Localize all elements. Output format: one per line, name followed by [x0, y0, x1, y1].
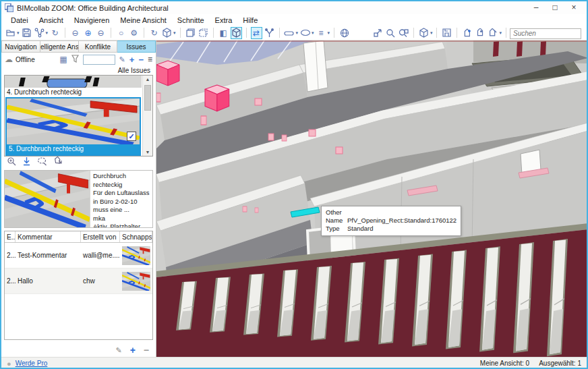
zoom-to-issue-icon[interactable]: [7, 157, 16, 169]
reset-view-button[interactable]: ↻: [148, 27, 160, 39]
tag-caret-icon[interactable]: ▾: [499, 30, 502, 36]
section-box-button[interactable]: [231, 27, 242, 39]
issue-menu-icon[interactable]: ≡: [148, 55, 152, 64]
detail-title: Durchbruch rechteckig: [93, 172, 150, 189]
upgrade-link[interactable]: Werde Pro: [16, 360, 48, 367]
copy-view-button[interactable]: [185, 27, 196, 39]
titlebar: BIMcollab ZOOM: Office Building Architec…: [1, 1, 587, 14]
maximize-button[interactable]: □: [546, 2, 564, 13]
open-button[interactable]: [5, 27, 16, 39]
edit-comment-icon[interactable]: ✎: [115, 346, 121, 355]
tag-add-button[interactable]: [461, 27, 473, 39]
remove-issue-icon[interactable]: −: [138, 55, 144, 65]
filter-funnel-icon[interactable]: [71, 55, 79, 64]
annotation-lines-button[interactable]: ≡: [316, 27, 327, 39]
menu-meine-ansicht[interactable]: Meine Ansicht: [115, 16, 171, 25]
menu-schnitte[interactable]: Schnitte: [172, 16, 210, 25]
grid-view-icon[interactable]: ▦: [59, 55, 67, 64]
tab-intelligente-ansichten[interactable]: Intelligente Ansi...: [40, 40, 79, 53]
remove-comment-icon[interactable]: −: [144, 345, 149, 356]
scroll-thumb[interactable]: [144, 85, 151, 111]
viewport-3d[interactable]: Other Name PfV_Opening_Rect:Standard:176…: [156, 40, 587, 357]
menu-ansicht[interactable]: Ansicht: [34, 16, 69, 25]
zoom-in-button[interactable]: ⊕: [82, 27, 94, 39]
menu-extra[interactable]: Extra: [210, 16, 238, 25]
comment-row[interactable]: 2... Hallo chw: [5, 268, 152, 294]
issue-list: 4. Durchbruch rechteckig 5. Durchbruch r…: [4, 75, 153, 157]
minimize-button[interactable]: –: [527, 2, 546, 13]
connection-status[interactable]: ☁ Offline: [5, 55, 35, 64]
search-box: [510, 26, 581, 39]
globe-button[interactable]: [339, 27, 350, 39]
comment-snapshot: [122, 272, 150, 291]
orbit-button[interactable]: ○: [115, 27, 127, 39]
comment-author: walli@me....: [81, 252, 120, 259]
main-toolbar: ▾ ▾ ↻ ⊖ ⊕ ⊖ ○ ⚙ ↻ ▾ ◧ ⇄: [1, 26, 587, 40]
col-header-erstellt-von[interactable]: Erstellt von: [81, 231, 120, 242]
scroll-up-icon[interactable]: ▲: [143, 77, 152, 82]
sync-button[interactable]: ↻: [49, 27, 61, 39]
tab-konflikte[interactable]: Konflikte: [79, 40, 117, 53]
share-viewpoint-icon[interactable]: [53, 157, 63, 169]
share-caret-icon[interactable]: ▾: [46, 30, 49, 36]
menu-hilfe[interactable]: Hilfe: [237, 16, 263, 25]
tag-button[interactable]: [474, 27, 486, 39]
sync-views-button[interactable]: ⇄: [251, 27, 262, 39]
zoom-selection-button[interactable]: [398, 27, 409, 39]
standard-views-button[interactable]: [161, 27, 173, 39]
issue-list-scrollbar[interactable]: ▲ ▼: [142, 76, 152, 156]
comment-snapshot: [122, 246, 150, 265]
measure-caret-icon[interactable]: ▾: [296, 30, 299, 36]
ellipse-caret-icon[interactable]: ▾: [312, 30, 314, 36]
issue-detail-panel: Durchbruch rechteckig Für den Luftauslas…: [4, 170, 153, 228]
close-button[interactable]: ×: [564, 2, 583, 13]
tab-issues[interactable]: Issues: [117, 40, 156, 53]
viewcube-button[interactable]: [418, 27, 430, 39]
issue-view-tools: [1, 157, 156, 169]
fullscreen-button[interactable]: [372, 27, 384, 39]
save-button[interactable]: [21, 27, 32, 39]
col-header-kommentar[interactable]: Kommentar: [16, 231, 81, 242]
add-issue-icon[interactable]: +: [129, 55, 135, 65]
zoom-out-button[interactable]: ⊖: [95, 27, 107, 39]
section-plane-button[interactable]: ◧: [218, 27, 229, 39]
issue-item-5[interactable]: 5. Durchbruch rechteckig ✓: [5, 97, 141, 156]
save-viewpoint-button[interactable]: [441, 27, 452, 39]
scroll-down-icon[interactable]: ▼: [143, 150, 152, 154]
add-comment-icon[interactable]: +: [130, 345, 136, 356]
col-header-e[interactable]: E...: [5, 231, 16, 242]
menu-navigieren[interactable]: Navigieren: [69, 16, 115, 25]
tag-list-button[interactable]: [487, 27, 498, 39]
measure-line-button[interactable]: [284, 27, 295, 39]
statusbar: ● Werde Pro Meine Ansicht: 0 Ausgewählt:…: [1, 357, 587, 369]
paste-view-button[interactable]: [198, 27, 209, 39]
freehand-select-icon[interactable]: [37, 157, 47, 169]
viewcube-caret-icon[interactable]: ▾: [430, 30, 433, 36]
views-caret-icon[interactable]: ▾: [173, 30, 176, 36]
walk-settings-button[interactable]: ⚙: [128, 27, 140, 39]
col-header-schnappschuss[interactable]: Schnapps...: [120, 231, 152, 242]
app-window: BIMcollab ZOOM: Office Building Architec…: [0, 0, 588, 369]
search-input[interactable]: [510, 28, 581, 39]
issue-filter-input[interactable]: [83, 55, 115, 65]
issue-5-checkbox[interactable]: ✓: [127, 132, 136, 141]
menu-datei[interactable]: Datei: [5, 16, 34, 25]
comment-text: Hallo: [16, 277, 81, 285]
branch-button[interactable]: [264, 27, 275, 39]
comment-row[interactable]: 2... Test-Kommentar walli@me....: [5, 243, 152, 268]
zoom-window-button[interactable]: [385, 27, 396, 39]
apply-viewpoint-icon[interactable]: [22, 157, 31, 169]
tooltip-name-label: Name: [326, 217, 347, 225]
window-title: BIMcollab ZOOM: Office Building Architec…: [17, 4, 169, 12]
lines-caret-icon[interactable]: ▾: [328, 30, 330, 36]
measure-ellipse-button[interactable]: [299, 27, 311, 39]
tooltip-type-label: Type: [326, 225, 347, 233]
tab-navigation[interactable]: Navigation: [1, 40, 40, 53]
license-status-icon: ●: [7, 360, 11, 368]
issue-item-4[interactable]: 4. Durchbruch rechteckig: [5, 76, 142, 97]
zoom-fit-button[interactable]: ⊖: [69, 27, 81, 39]
edit-issue-icon[interactable]: ✎: [119, 55, 125, 64]
share-link-button[interactable]: [34, 27, 45, 39]
open-caret-icon[interactable]: ▾: [17, 30, 20, 36]
detail-thumbnail[interactable]: [5, 171, 90, 227]
